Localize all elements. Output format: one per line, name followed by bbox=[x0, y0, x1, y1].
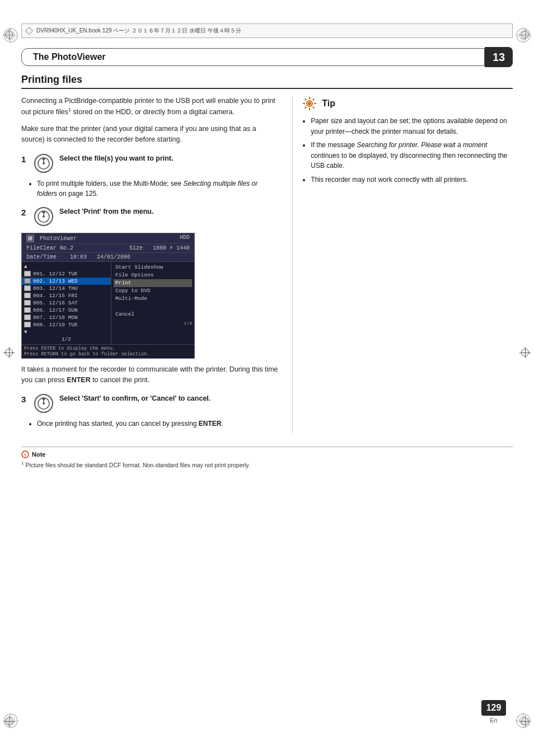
svg-rect-31 bbox=[25, 279, 30, 283]
screen-footer: Press ENTER to display the menu. Press R… bbox=[22, 344, 194, 358]
dial-icon-2 bbox=[34, 206, 54, 228]
step-1-number: 1 bbox=[21, 154, 30, 164]
step-2: 2 Select 'Print' from the menu. bbox=[21, 206, 279, 228]
dial-icon-3 bbox=[34, 393, 54, 415]
right-column: Tip Paper size and layout can be set; th… bbox=[292, 96, 513, 433]
step-2-number: 2 bbox=[21, 208, 30, 217]
note-label: Note bbox=[32, 451, 45, 458]
svg-point-20 bbox=[43, 162, 45, 165]
step-2-text: Select 'Print' from the menu. bbox=[59, 206, 153, 217]
step-1: 1 Select the file(s) you want to print. bbox=[21, 153, 279, 175]
svg-rect-39 bbox=[25, 308, 30, 312]
step-3-bullet-1: Once printing has started, you can cance… bbox=[37, 419, 279, 429]
svg-rect-41 bbox=[25, 315, 30, 320]
after-screen-text: It takes a moment for the recorder to co… bbox=[21, 364, 279, 386]
tip-item-3: This recorder may not work correctly wit… bbox=[311, 175, 513, 185]
content-columns: Connecting a PictBridge-compatible print… bbox=[21, 96, 513, 433]
svg-point-48 bbox=[43, 402, 45, 405]
header-diamond bbox=[25, 27, 33, 35]
screen-logo-icon: PhotoViewer bbox=[26, 234, 77, 242]
svg-rect-37 bbox=[25, 300, 30, 305]
tip-gear-icon bbox=[302, 96, 317, 111]
screen-pagination: 1/2 bbox=[22, 336, 111, 343]
tip-label: Tip bbox=[322, 98, 335, 109]
corner-decoration-bl bbox=[2, 712, 19, 729]
chapter-title: The PhotoViewer bbox=[21, 48, 485, 66]
screen-footer-line2: Press RETURN to go back to folder select… bbox=[24, 351, 192, 357]
corner-decoration-br bbox=[515, 712, 532, 729]
svg-line-57 bbox=[305, 107, 307, 109]
screen-datetime-value: Date/Time 10:03 24/01/2006 bbox=[26, 254, 130, 260]
step-3-bullets: Once printing has started, you can cance… bbox=[37, 419, 279, 429]
svg-rect-43 bbox=[25, 322, 30, 327]
intro-paragraph-2: Make sure that the printer (and your dig… bbox=[21, 124, 279, 145]
svg-rect-33 bbox=[25, 286, 30, 290]
step-3-number: 3 bbox=[21, 395, 30, 404]
corner-decoration-tr bbox=[515, 27, 532, 44]
svg-point-18 bbox=[43, 157, 45, 160]
page-number-box: 129 En bbox=[481, 700, 506, 724]
screen-file-row: 008. 12/19 TUE bbox=[22, 321, 111, 328]
note-box: ! Note 1 Picture files should be standar… bbox=[21, 447, 513, 469]
tip-list: Paper size and layout can be set; the op… bbox=[302, 116, 513, 185]
page-number-badge: 129 bbox=[481, 700, 506, 716]
note-header: ! Note bbox=[21, 450, 513, 458]
screen-file-list: ▲ 001. 12/12 TUE 002. 12/13 WED 003. 12/… bbox=[22, 262, 111, 344]
screen-file-row: ▲ bbox=[22, 263, 111, 270]
screen-file-row: 004. 12/15 FRI bbox=[22, 292, 111, 299]
screen-menu: Start Slideshow File Options Print Copy … bbox=[111, 262, 194, 344]
svg-rect-35 bbox=[25, 293, 30, 298]
tip-item-1: Paper size and layout can be set; the op… bbox=[311, 116, 513, 137]
svg-point-46 bbox=[43, 398, 45, 401]
note-icon: ! bbox=[21, 450, 29, 458]
svg-line-55 bbox=[313, 107, 315, 109]
screen-file-row: 005. 12/16 SAT bbox=[22, 299, 111, 307]
svg-line-54 bbox=[305, 99, 307, 101]
document-header: DVR940HX_UK_EN.book 129 ページ ２０１６年７月１２日 水… bbox=[21, 24, 513, 38]
section-title: Printing files bbox=[21, 74, 513, 89]
step-3: 3 Select 'Start' to confirm, or 'Cancel'… bbox=[21, 393, 279, 415]
chapter-number: 13 bbox=[485, 47, 513, 67]
screen-file-row: 007. 12/18 MON bbox=[22, 314, 111, 321]
screen-file-row: 006. 12/17 SUN bbox=[22, 307, 111, 314]
screen-menu-item-blank bbox=[114, 303, 192, 311]
svg-rect-27 bbox=[28, 236, 32, 241]
screen-ui-mockup: PhotoViewer HDD File Clear No.2 Size 180… bbox=[21, 233, 195, 359]
screen-datetime: Date/Time 10:03 24/01/2006 bbox=[22, 253, 194, 262]
screen-file-col-label: File bbox=[26, 245, 40, 251]
screen-file-row: 001. 12/12 TUE bbox=[22, 270, 111, 278]
step-3-text: Select 'Start' to confirm, or 'Cancel' t… bbox=[59, 393, 210, 404]
svg-point-23 bbox=[43, 210, 45, 213]
step-1-bullet-1: To print multiple folders, use the Multi… bbox=[37, 179, 279, 199]
screen-menu-item-copydvd: Copy to DVD bbox=[114, 287, 192, 295]
screen-subheader: File Clear No.2 Size 1800 × 1440 bbox=[22, 244, 194, 253]
page-lang: En bbox=[490, 717, 497, 724]
main-content: The PhotoViewer 13 Printing files Connec… bbox=[21, 38, 513, 433]
step-1-text: Select the file(s) you want to print. bbox=[59, 153, 174, 164]
screen-file-row: 003. 12/14 THU bbox=[22, 285, 111, 292]
tip-item-2: If the message Searching for printer. Pl… bbox=[311, 140, 513, 171]
screen-file-row-selected: 002. 12/13 WED bbox=[22, 278, 111, 285]
tip-box: Tip Paper size and layout can be set; th… bbox=[302, 96, 513, 185]
dial-icon-1 bbox=[34, 153, 54, 175]
svg-text:!: ! bbox=[25, 452, 26, 458]
screen-footer-line1: Press ENTER to display the menu. bbox=[24, 346, 192, 351]
header-file-info: DVR940HX_UK_EN.book 129 ページ ２０１６年７月１２日 水… bbox=[36, 27, 241, 35]
screen-file-row: ▼ bbox=[22, 328, 111, 336]
screen-body: ▲ 001. 12/12 TUE 002. 12/13 WED 003. 12/… bbox=[22, 262, 194, 344]
tip-header: Tip bbox=[302, 96, 513, 111]
note-footnote: 1 Picture files should be standard DCF f… bbox=[21, 460, 513, 469]
svg-line-56 bbox=[313, 99, 315, 101]
svg-rect-29 bbox=[25, 271, 30, 276]
screen-menu-item-cancel: Cancel bbox=[114, 311, 192, 318]
left-column: Connecting a PictBridge-compatible print… bbox=[21, 96, 279, 433]
svg-point-25 bbox=[43, 215, 45, 218]
step-1-bullets: To print multiple folders, use the Multi… bbox=[37, 179, 279, 199]
screen-menu-item-print: Print bbox=[114, 279, 192, 287]
screen-menu-item-fileoptions: File Options bbox=[114, 271, 192, 279]
screen-menu-item-slideshow: Start Slideshow bbox=[114, 264, 192, 271]
screen-drive-label: HDD bbox=[180, 234, 190, 242]
screen-header: PhotoViewer HDD bbox=[22, 233, 194, 244]
svg-point-58 bbox=[308, 102, 311, 105]
screen-clear-label: Clear No.2 bbox=[40, 245, 73, 251]
